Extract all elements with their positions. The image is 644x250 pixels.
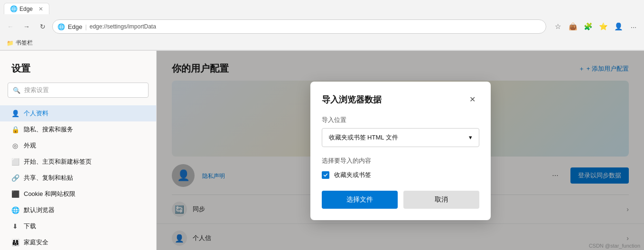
main-area: 设置 🔍 搜索设置 👤 个人资料 🔒 隐私、搜索和服务 ◎ 外观 ⬜ 开始、主页… — [0, 51, 644, 250]
edge-logo: 🌐 — [57, 23, 65, 30]
cancel-button[interactable]: 取消 — [403, 191, 479, 209]
search-icon: 🔍 — [13, 87, 20, 94]
favorites-checkbox[interactable] — [322, 171, 329, 179]
back-button[interactable]: ← — [4, 20, 17, 33]
sidebar-item-label: 家庭安全 — [24, 238, 48, 247]
choose-file-button[interactable]: 选择文件 — [322, 191, 398, 209]
sidebar-item-label: 外观 — [24, 141, 36, 150]
sidebar-item-share[interactable]: 🔗 共享、复制和粘贴 — [0, 170, 156, 186]
sidebar-item-label: 个人资料 — [24, 109, 48, 118]
import-modal: 导入浏览器数据 ✕ 导入位置 收藏夹或书签 HTML 文件 ▾ 选择要导入的内容… — [310, 82, 491, 220]
dropdown-arrow-icon: ▾ — [469, 134, 472, 141]
sidebar-item-label: 下载 — [24, 222, 36, 231]
browser-chrome: 🌐 Edge ✕ ← → ↻ 🌐 Edge | edge://settings/… — [0, 0, 644, 51]
sidebar-title: 设置 — [0, 62, 156, 83]
forward-button[interactable]: → — [20, 20, 33, 33]
sidebar-item-profile[interactable]: 👤 个人资料 — [0, 105, 156, 121]
checkbox-label: 收藏夹或书签 — [334, 171, 371, 179]
favorites-button[interactable]: ☆ — [551, 20, 564, 33]
family-icon: 👨‍👩‍👧 — [11, 239, 19, 246]
download-icon: ⬇ — [11, 222, 19, 230]
url-separator: | — [85, 23, 86, 30]
import-source-dropdown[interactable]: 收藏夹或书签 HTML 文件 ▾ — [322, 128, 479, 147]
user-profile-button[interactable]: 👤 — [612, 20, 625, 33]
sidebar-item-family[interactable]: 👨‍👩‍👧 家庭安全 — [0, 234, 156, 250]
search-placeholder: 搜索设置 — [24, 86, 49, 94]
default-browser-icon: 🌐 — [11, 206, 19, 214]
checkbox-row: 收藏夹或书签 — [322, 171, 479, 179]
url-text: edge://settings/importData — [90, 23, 156, 30]
sidebar-item-cookies[interactable]: ⬛ Cookie 和网站权限 — [0, 186, 156, 202]
cookies-icon: ⬛ — [11, 190, 19, 198]
tab-bar: 🌐 Edge ✕ — [0, 0, 644, 17]
lock-icon: 🔒 — [11, 126, 19, 133]
extensions-button[interactable]: 🧩 — [581, 20, 595, 33]
appearance-icon: ◎ — [11, 142, 19, 149]
search-box[interactable]: 🔍 搜索设置 — [8, 83, 149, 98]
bookmarks-bar: 📁 书签栏 — [0, 36, 644, 50]
refresh-button[interactable]: ↻ — [36, 20, 49, 33]
address-bar[interactable]: 🌐 Edge | edge://settings/importData — [52, 19, 546, 34]
modal-footer: 选择文件 取消 — [322, 191, 479, 209]
tab-close[interactable]: ✕ — [38, 6, 43, 12]
nav-bar: ← → ↻ 🌐 Edge | edge://settings/importDat… — [0, 17, 644, 36]
start-icon: ⬜ — [11, 158, 19, 166]
sidebar-item-label: 默认浏览器 — [24, 206, 55, 214]
sidebar-item-appearance[interactable]: ◎ 外观 — [0, 138, 156, 154]
import-location-label: 导入位置 — [322, 116, 479, 124]
folder-icon: 📁 — [7, 40, 14, 46]
modal-overlay: 导入浏览器数据 ✕ 导入位置 收藏夹或书签 HTML 文件 ▾ 选择要导入的内容… — [157, 51, 644, 250]
sidebar-item-label: 隐私、搜索和服务 — [24, 125, 73, 134]
sidebar-item-label: 开始、主页和新建标签页 — [24, 157, 92, 166]
profile-icon: 👤 — [11, 110, 19, 117]
browser-name: Edge — [68, 23, 82, 30]
modal-header: 导入浏览器数据 ✕ — [322, 93, 479, 106]
sidebar-item-start[interactable]: ⬜ 开始、主页和新建标签页 — [0, 154, 156, 170]
dropdown-value: 收藏夹或书签 HTML 文件 — [329, 133, 398, 142]
checkmark-icon — [323, 173, 328, 177]
sidebar: 设置 🔍 搜索设置 👤 个人资料 🔒 隐私、搜索和服务 ◎ 外观 ⬜ 开始、主页… — [0, 51, 157, 250]
sidebar-item-privacy[interactable]: 🔒 隐私、搜索和服务 — [0, 121, 156, 138]
sidebar-item-download[interactable]: ⬇ 下载 — [0, 218, 156, 234]
content-pane: 你的用户配置 ＋ + 添加用户配置 — [157, 51, 644, 250]
sidebar-item-label: Cookie 和网站权限 — [24, 190, 75, 198]
favorites-bar-button[interactable]: ⭐ — [597, 20, 610, 33]
modal-close-button[interactable]: ✕ — [466, 93, 479, 106]
tab-title: Edge — [19, 6, 33, 12]
share-icon: 🔗 — [11, 174, 19, 182]
bookmark-folder[interactable]: 📁 书签栏 — [4, 38, 36, 48]
modal-title: 导入浏览器数据 — [322, 94, 382, 105]
collections-button[interactable]: 👜 — [566, 20, 579, 33]
toolbar-icons: ☆ 👜 🧩 ⭐ 👤 ··· — [551, 20, 640, 33]
more-options-button[interactable]: ··· — [627, 20, 640, 33]
select-content-label: 选择要导入的内容 — [322, 157, 479, 165]
tab-favicon: 🌐 — [10, 5, 18, 12]
bookmarks-label: 书签栏 — [16, 39, 33, 47]
sidebar-item-label: 共享、复制和粘贴 — [24, 174, 73, 182]
sidebar-item-default[interactable]: 🌐 默认浏览器 — [0, 202, 156, 218]
